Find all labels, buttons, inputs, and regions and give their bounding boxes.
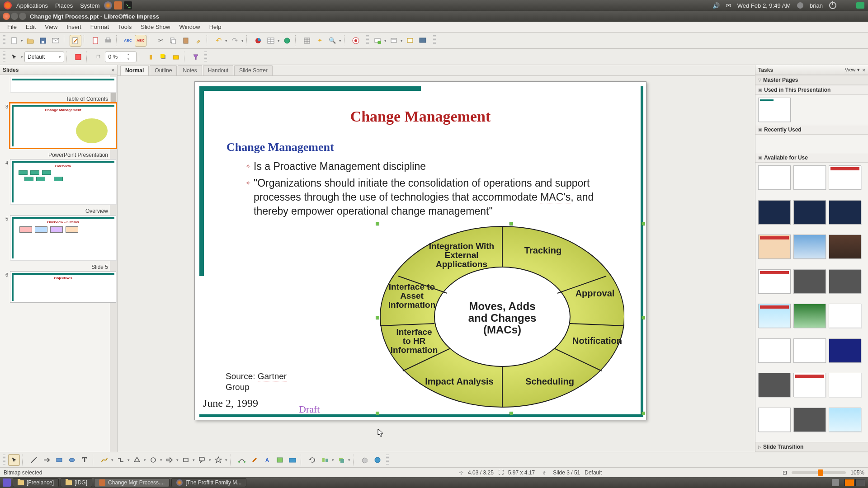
- undo-button[interactable]: ↶: [212, 35, 224, 47]
- taskbar-item[interactable]: [Freelance]: [13, 478, 59, 487]
- slide-thumbnail-2[interactable]: [10, 77, 116, 92]
- tray-monitor-icon[interactable]: [856, 2, 864, 9]
- workspace-switcher[interactable]: [844, 479, 865, 486]
- connector-dropdown[interactable]: ▾: [127, 458, 130, 462]
- flowchart-dropdown[interactable]: ▾: [192, 458, 195, 462]
- tab-handout[interactable]: Handout: [203, 65, 233, 75]
- master-page-thumb[interactable]: [758, 373, 791, 397]
- block-arrows-dropdown[interactable]: ▾: [175, 458, 179, 462]
- menu-system[interactable]: System: [77, 1, 102, 10]
- taskbar-item[interactable]: [The Proffitt Family M...: [171, 478, 246, 487]
- master-page-thumb[interactable]: [793, 338, 826, 363]
- text-tool[interactable]: T: [79, 454, 90, 466]
- menu-applications[interactable]: Applications: [14, 1, 51, 10]
- gluepoints-tool[interactable]: [249, 454, 260, 466]
- help-button[interactable]: [350, 35, 362, 47]
- tasks-panel-close[interactable]: ×: [863, 67, 865, 73]
- paragraph-style-combo[interactable]: Default▾: [24, 52, 64, 62]
- menu-file[interactable]: File: [3, 22, 21, 32]
- zoom-value[interactable]: 105%: [850, 469, 864, 476]
- stars-tool[interactable]: [212, 454, 224, 466]
- table-button[interactable]: [265, 35, 277, 47]
- new-dropdown[interactable]: ▾: [20, 38, 24, 43]
- master-page-thumb[interactable]: [829, 165, 861, 190]
- master-page-thumb[interactable]: [758, 269, 791, 294]
- redo-button[interactable]: ↷: [229, 35, 241, 47]
- select-tool[interactable]: [8, 454, 20, 466]
- curve-dropdown[interactable]: ▾: [110, 458, 114, 462]
- trash-icon[interactable]: [832, 479, 839, 486]
- master-page-thumb[interactable]: [829, 338, 861, 363]
- edit-file-button[interactable]: [70, 35, 81, 47]
- master-page-thumb[interactable]: [793, 235, 826, 259]
- insert-slide-button[interactable]: [372, 35, 383, 47]
- format-paintbrush-button[interactable]: [193, 35, 204, 47]
- export-pdf-button[interactable]: [90, 35, 101, 47]
- master-page-thumb[interactable]: [793, 269, 826, 294]
- cut-button[interactable]: ✂: [155, 35, 166, 47]
- crop-button[interactable]: [170, 51, 182, 63]
- toolbar-end-grip[interactable]: [433, 35, 436, 46]
- section-available[interactable]: Available for Use: [764, 155, 808, 161]
- ellipse-tool[interactable]: [66, 454, 78, 466]
- toolbar3-grip[interactable]: [3, 52, 5, 62]
- slide-thumbnail-5[interactable]: Overview - 3 Items: [10, 215, 116, 260]
- new-button[interactable]: [8, 35, 20, 47]
- tab-slide-sorter[interactable]: Slide Sorter: [234, 65, 273, 75]
- tab-normal[interactable]: Normal: [120, 65, 149, 75]
- volume-icon[interactable]: 🔊: [712, 2, 720, 9]
- menu-view[interactable]: View: [40, 22, 62, 32]
- line-tool[interactable]: [28, 454, 40, 466]
- indent-toggle[interactable]: ☐: [92, 51, 104, 63]
- chart-button[interactable]: [252, 35, 264, 47]
- toolbar3-end-grip[interactable]: [204, 52, 207, 62]
- terminal-icon[interactable]: >_: [124, 1, 132, 9]
- user-name[interactable]: brian: [810, 2, 823, 9]
- menu-slideshow[interactable]: Slide Show: [136, 22, 175, 32]
- master-page-current[interactable]: [758, 98, 791, 122]
- power-icon[interactable]: [829, 2, 836, 9]
- basic-shapes-dropdown[interactable]: ▾: [143, 458, 146, 462]
- master-page-thumb[interactable]: [829, 200, 861, 225]
- stars-dropdown[interactable]: ▾: [224, 458, 228, 462]
- tab-outline[interactable]: Outline: [150, 65, 177, 75]
- master-page-thumb[interactable]: [793, 165, 826, 190]
- master-page-thumb[interactable]: [758, 408, 791, 432]
- slides-panel-close[interactable]: ×: [112, 67, 114, 73]
- mail-icon[interactable]: ✉: [726, 2, 731, 9]
- menu-insert[interactable]: Insert: [62, 22, 86, 32]
- mac-donut-diagram[interactable]: Integration WithExternalApplications Tra…: [371, 222, 624, 412]
- master-page-thumb[interactable]: [829, 373, 861, 397]
- taskbar-item[interactable]: Change Mgt Process....: [94, 478, 170, 487]
- master-page-thumb[interactable]: [758, 304, 791, 328]
- window-close-button[interactable]: [3, 13, 10, 20]
- window-maximize-button[interactable]: [19, 13, 26, 20]
- open-button[interactable]: [24, 35, 36, 47]
- master-page-thumb[interactable]: [758, 338, 791, 363]
- callout-tool[interactable]: [196, 454, 208, 466]
- slide-thumbnail-3[interactable]: Change Management: [10, 103, 116, 148]
- slide-thumbnail-6[interactable]: Objectives: [10, 271, 116, 303]
- window-minimize-button[interactable]: [11, 13, 18, 20]
- arrow-tool-button[interactable]: [8, 51, 20, 63]
- selection-handle[interactable]: [376, 412, 379, 415]
- block-arrows-tool[interactable]: [164, 454, 175, 466]
- save-button[interactable]: [37, 35, 49, 47]
- slide-canvas[interactable]: Change Management Change Management ✧Is …: [194, 81, 646, 420]
- show-desktop-icon[interactable]: [3, 479, 11, 487]
- gallery-tool[interactable]: [287, 454, 298, 466]
- arrow-line-tool[interactable]: [41, 454, 52, 466]
- paste-button[interactable]: [180, 35, 192, 47]
- section-slide-transition[interactable]: Slide Transition: [763, 444, 803, 450]
- hyperlink-button[interactable]: [281, 35, 293, 47]
- section-master-pages[interactable]: Master Pages: [763, 77, 798, 83]
- slide-bullets[interactable]: ✧Is a Proactive Management discipline ✧"…: [245, 160, 614, 221]
- drawbar-grip[interactable]: [3, 455, 5, 465]
- drawbar-end-grip[interactable]: [386, 455, 389, 465]
- autospell-button[interactable]: ABC: [135, 35, 146, 47]
- master-page-thumb[interactable]: [758, 200, 791, 225]
- master-page-thumb[interactable]: [793, 304, 826, 328]
- rectangle-tool[interactable]: [53, 454, 65, 466]
- indent-spinner[interactable]: 0 %▴▾: [105, 52, 137, 62]
- zoom-slider[interactable]: [792, 471, 846, 474]
